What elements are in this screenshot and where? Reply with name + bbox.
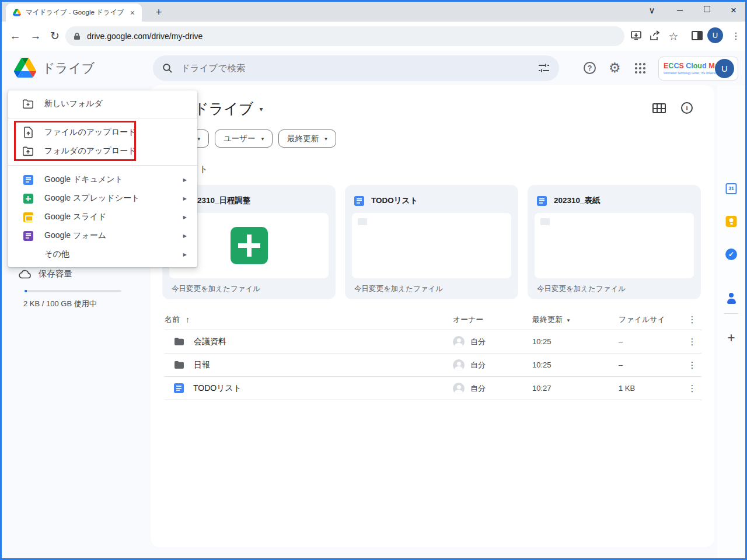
lock-icon	[74, 32, 81, 40]
submenu-arrow-icon: ▶	[183, 233, 187, 239]
sort-descending-icon: ▼	[566, 318, 571, 323]
card-preview	[352, 213, 511, 278]
cloud-icon	[19, 270, 32, 279]
menu-item-more[interactable]: その他 ▶	[8, 245, 197, 264]
tab-close-icon[interactable]: ×	[128, 8, 137, 18]
window-minimize-button[interactable]: –	[671, 2, 689, 19]
file-size: 1 KB	[619, 384, 683, 393]
search-bar[interactable]	[153, 55, 559, 81]
submenu-arrow-icon: ▶	[183, 252, 187, 257]
calendar-icon[interactable]: 31	[726, 183, 737, 194]
tab-search-icon[interactable]: ∨	[643, 2, 661, 19]
forward-button[interactable]: →	[27, 28, 44, 44]
install-icon[interactable]	[630, 30, 642, 41]
storage-usage-text: 2 KB / 100 GB 使用中	[23, 299, 97, 309]
drive-logo-icon[interactable]	[14, 58, 36, 78]
side-panel-toggle-icon[interactable]	[692, 31, 703, 40]
owner-avatar	[453, 359, 465, 371]
chevron-down-icon: ▾	[261, 136, 264, 142]
owner-avatar	[453, 383, 465, 394]
row-options-icon[interactable]: ⋮	[683, 337, 701, 347]
chevron-down-icon: ▾	[197, 136, 200, 142]
submenu-arrow-icon: ▶	[183, 196, 187, 201]
keep-icon[interactable]	[726, 216, 737, 227]
help-icon[interactable]: ?	[584, 62, 596, 74]
table-row[interactable]: TODOリスト 自分 10:27 1 KB ⋮	[165, 377, 701, 400]
drive-favicon-icon	[13, 9, 21, 16]
card-preview	[535, 213, 694, 278]
menu-item-new-folder[interactable]: 新しいフォルダ	[8, 94, 197, 113]
menu-item-google-slides[interactable]: Google スライド ▶	[8, 208, 197, 226]
search-options-icon[interactable]	[538, 63, 550, 74]
google-apps-grid-icon[interactable]	[635, 63, 645, 74]
back-button[interactable]: ←	[7, 28, 23, 44]
address-bar[interactable]: drive.google.com/drive/my-drive	[65, 26, 624, 46]
column-modified[interactable]: 最終更新▼	[532, 314, 619, 325]
file-size: –	[619, 337, 683, 346]
search-icon	[162, 63, 173, 74]
suggested-files: 202310_日程調整 今日変更を加えたファイル TODOリスト 今日変更を加え…	[162, 185, 701, 299]
file-upload-icon	[22, 127, 34, 138]
card-title: 202310_表紙	[554, 195, 601, 206]
sheets-logo-icon	[231, 227, 268, 264]
column-size[interactable]: ファイルサイ	[619, 314, 683, 325]
new-tab-button[interactable]: +	[151, 4, 167, 20]
folder-icon	[174, 337, 184, 346]
menu-item-google-forms[interactable]: Google フォーム ▶	[8, 226, 197, 245]
table-row[interactable]: 日報 自分 10:25 – ⋮	[165, 354, 701, 377]
reload-button[interactable]: ↻	[47, 28, 63, 44]
menu-item-google-docs[interactable]: Google ドキュメント ▶	[8, 170, 197, 189]
row-options-icon[interactable]: ⋮	[683, 383, 701, 394]
card-title: 202310_日程調整	[189, 195, 251, 206]
menu-divider	[8, 165, 197, 166]
new-folder-icon	[22, 98, 34, 110]
tasks-icon[interactable]: ✓	[725, 249, 737, 260]
side-panel: 31 ✓ + ›	[717, 85, 745, 558]
table-row[interactable]: 会議資料 自分 10:25 – ⋮	[165, 330, 701, 354]
file-card[interactable]: TODOリスト 今日変更を加えたファイル	[345, 185, 518, 299]
contacts-icon[interactable]	[725, 292, 737, 304]
bookmark-star-icon[interactable]: ☆	[665, 29, 682, 45]
menu-item-file-upload[interactable]: ファイルのアップロード	[8, 123, 197, 142]
account-badge-logo: ECCS Cloud Mail	[664, 62, 722, 70]
docs-file-icon	[174, 383, 184, 393]
tab-title: マイドライブ - Google ドライブ	[26, 8, 128, 17]
share-icon[interactable]	[649, 30, 661, 41]
filter-chip-modified[interactable]: 最終更新 ▾	[278, 130, 336, 148]
card-reason: 今日変更を加えたファイル	[528, 278, 701, 300]
column-name[interactable]: 名前	[165, 314, 180, 325]
google-forms-icon	[23, 231, 33, 241]
menu-item-google-sheets[interactable]: Google スプレッドシート ▶	[8, 189, 197, 208]
menu-item-folder-upload[interactable]: フォルダのアップロード	[8, 142, 197, 160]
filter-chip-user[interactable]: ユーザー ▾	[215, 130, 273, 148]
modified-time: 10:27	[532, 384, 619, 393]
file-card[interactable]: 202310_表紙 今日変更を加えたファイル	[528, 185, 701, 299]
window-maximize-button[interactable]	[704, 6, 710, 12]
list-options-icon[interactable]: ⋮	[683, 314, 701, 325]
menu-divider	[8, 118, 197, 118]
browser-tab[interactable]: マイドライブ - Google ドライブ ×	[6, 4, 142, 22]
sort-ascending-icon[interactable]: ↑	[186, 315, 190, 324]
chevron-down-icon: ▾	[324, 136, 327, 142]
browser-title-bar: マイドライブ - Google ドライブ × + ∨ – ×	[0, 0, 747, 22]
folder-icon	[174, 360, 184, 369]
drive-profile-avatar[interactable]: U	[715, 59, 734, 78]
browser-menu-icon[interactable]: ⋮	[728, 28, 744, 44]
google-docs-icon	[23, 175, 33, 185]
url-text: drive.google.com/drive/my-drive	[87, 32, 203, 41]
storage-label: 保存容量	[39, 268, 72, 279]
details-info-icon[interactable]: i	[681, 102, 693, 114]
row-options-icon[interactable]: ⋮	[683, 360, 701, 370]
storage-item[interactable]: 保存容量	[19, 268, 72, 279]
window-close-button[interactable]: ×	[725, 2, 742, 19]
search-input[interactable]	[181, 63, 538, 74]
grid-view-toggle-icon[interactable]	[652, 103, 666, 113]
file-list-header: 名前 ↑ オーナー 最終更新▼ ファイルサイ ⋮	[165, 309, 701, 330]
add-addon-icon[interactable]: +	[727, 330, 735, 346]
storage-progress-fill	[25, 290, 27, 292]
browser-profile-avatar[interactable]: U	[707, 27, 723, 43]
settings-gear-icon[interactable]: ⚙	[609, 60, 621, 76]
docs-file-icon	[537, 196, 547, 206]
column-owner[interactable]: オーナー	[453, 314, 532, 325]
google-sheets-icon	[23, 194, 33, 204]
